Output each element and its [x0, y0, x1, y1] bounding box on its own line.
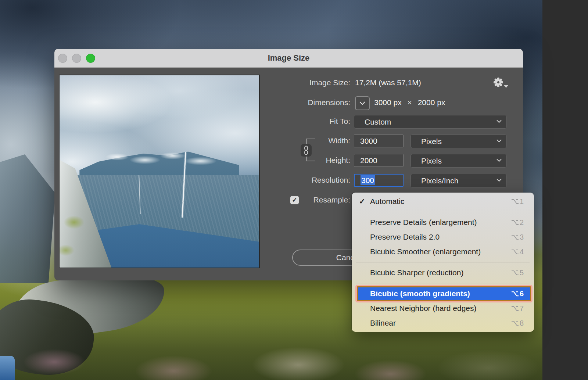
wallpaper-cliff — [0, 154, 55, 283]
chevron-down-icon — [359, 101, 365, 105]
option-key-icon — [511, 198, 519, 205]
resolution-unit-value: Pixels/Inch — [411, 176, 459, 185]
menu-separator — [356, 212, 530, 212]
width-unit-value: Pixels — [411, 137, 442, 146]
fit-to-label: Fit To: — [329, 116, 350, 126]
menu-item-shortcut: 8 — [511, 319, 524, 327]
gear-part — [496, 80, 501, 85]
menu-item-shortcut: 4 — [511, 248, 524, 256]
dimensions-label: Dimensions: — [308, 98, 350, 107]
dimensions-width: 3000 px — [374, 98, 402, 107]
shortcut-number: 2 — [520, 218, 524, 227]
resolution-value-selected: 300 — [361, 175, 375, 185]
wallpaper-blue-rock — [0, 356, 15, 380]
menu-item-shortcut: 2 — [511, 218, 524, 227]
menu-item-nearest-neighbor[interactable]: Nearest Neighbor (hard edges) 7 — [352, 301, 534, 316]
menu-item-label: Preserve Details 2.0 — [370, 233, 440, 241]
menu-separator — [356, 283, 530, 283]
resample-label: Resample: — [313, 195, 350, 205]
chevron-down-icon — [496, 159, 502, 162]
shortcut-number: 4 — [520, 248, 524, 256]
resolution-unit-select[interactable]: Pixels/Inch — [410, 174, 507, 187]
menu-item-label: Bicubic (smooth gradients) — [370, 289, 470, 298]
menu-item-shortcut: 6 — [511, 290, 524, 298]
menu-item-preserve-details-2[interactable]: Preserve Details 2.0 3 — [352, 230, 534, 244]
chevron-down-icon — [496, 120, 502, 123]
menu-item-label: Automatic — [370, 197, 404, 206]
width-label: Width: — [328, 136, 350, 146]
close-button[interactable] — [58, 54, 67, 63]
chevron-down-icon — [496, 179, 502, 182]
image-size-label: Image Size: — [309, 78, 350, 87]
dimensions-disclosure-button[interactable] — [355, 96, 370, 110]
checkmark-icon: ✓ — [359, 197, 365, 206]
menu-item-shortcut: 3 — [511, 233, 524, 241]
workspace-panel — [542, 0, 588, 380]
preview-snow — [103, 148, 219, 170]
menu-item-bicubic-sharper[interactable]: Bicubic Sharper (reduction) 5 — [352, 265, 534, 280]
resolution-input[interactable]: 300 — [354, 174, 404, 187]
gear-icon[interactable] — [493, 77, 508, 89]
menu-item-shortcut: 7 — [511, 304, 524, 313]
resolution-label: Resolution: — [312, 175, 350, 185]
height-label: Height: — [326, 155, 350, 165]
zoom-button[interactable] — [86, 54, 95, 63]
dialog-titlebar[interactable]: Image Size — [54, 49, 523, 68]
fit-to-select[interactable]: Custom — [354, 115, 507, 129]
option-key-icon — [511, 305, 519, 312]
option-key-icon — [511, 269, 519, 276]
dialog-title: Image Size — [54, 49, 523, 67]
menu-item-label: Bilinear — [370, 319, 396, 327]
option-key-icon — [511, 234, 519, 240]
width-unit-select[interactable]: Pixels — [410, 135, 507, 148]
image-size-value: 17,2M (was 57,1M) — [355, 78, 421, 87]
dimensions-height: 2000 px — [418, 98, 445, 107]
shortcut-number: 5 — [520, 269, 524, 277]
resample-checkbox[interactable]: ✓ — [290, 196, 299, 204]
chevron-down-icon — [496, 139, 502, 143]
screen: Image Size Image Size: 17,2M (was 57,1M)… — [0, 0, 588, 380]
option-key-icon — [511, 219, 519, 226]
menu-item-bicubic-smooth-gradients[interactable]: Bicubic (smooth gradients) 6 — [357, 286, 531, 301]
shortcut-number: 1 — [520, 197, 524, 206]
menu-item-shortcut: 5 — [511, 269, 524, 277]
menu-item-label: Bicubic Smoother (enlargement) — [370, 247, 481, 256]
shortcut-number: 3 — [520, 233, 524, 241]
checkmark-icon: ✓ — [292, 196, 297, 204]
option-key-icon — [511, 320, 519, 326]
minimize-button[interactable] — [72, 54, 81, 63]
fit-to-value: Custom — [354, 118, 391, 126]
menu-item-preserve-details-enlargement[interactable]: Preserve Details (enlargement) 2 — [352, 215, 534, 230]
menu-item-bicubic-smoother[interactable]: Bicubic Smoother (enlargement) 4 — [352, 244, 534, 259]
resample-menu: ✓ Automatic 1 Preserve Details (enlargem… — [352, 193, 534, 332]
menu-separator — [356, 262, 530, 262]
menu-item-automatic[interactable]: ✓ Automatic 1 — [352, 194, 534, 209]
menu-item-label: Preserve Details (enlargement) — [370, 218, 477, 227]
height-input[interactable]: 2000 — [354, 154, 404, 167]
option-key-icon — [511, 248, 519, 255]
width-input[interactable]: 3000 — [354, 135, 404, 147]
chevron-down-icon — [504, 85, 508, 88]
shortcut-number: 6 — [520, 290, 524, 298]
menu-item-shortcut: 1 — [511, 197, 524, 206]
height-unit-value: Pixels — [411, 157, 442, 165]
menu-item-label: Nearest Neighbor (hard edges) — [370, 304, 477, 313]
image-preview[interactable] — [59, 75, 260, 268]
menu-item-label: Bicubic Sharper (reduction) — [370, 268, 463, 277]
chain-link-icon — [303, 146, 309, 155]
menu-item-bilinear[interactable]: Bilinear 8 — [352, 316, 534, 330]
shortcut-number: 8 — [520, 319, 524, 327]
link-dimensions-toggle[interactable] — [301, 144, 312, 157]
height-unit-select[interactable]: Pixels — [410, 154, 507, 168]
shortcut-number: 7 — [520, 304, 524, 313]
times-glyph: × — [408, 98, 412, 107]
option-key-icon — [511, 290, 519, 297]
dimensions-value: 3000 px × 2000 px — [374, 98, 445, 107]
